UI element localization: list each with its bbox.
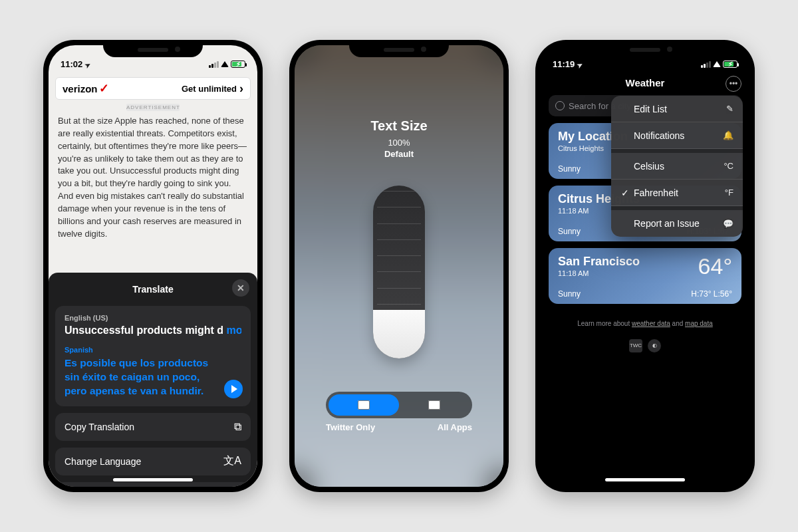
fahrenheit-unit: °F	[725, 188, 733, 198]
close-icon[interactable]: ✕	[232, 279, 249, 297]
phone-text-size: Text Size 100% Default Twitter Only All …	[289, 40, 509, 492]
text-size-default-label: Default	[295, 149, 503, 159]
ad-label: ADVERTISEMENT	[126, 104, 180, 111]
scope-all-apps[interactable]	[399, 394, 469, 416]
cell-signal-icon	[209, 61, 219, 68]
sheet-title: Translate	[132, 284, 173, 295]
wifi-icon	[713, 59, 721, 69]
data-attribution: Learn more about weather data and map da…	[549, 320, 741, 327]
bubble-icon: 💬	[723, 219, 733, 229]
wifi-icon	[221, 59, 229, 69]
sheet-header: Translate ✕	[55, 279, 251, 299]
weather-options-popover: Edit List ✎ Notifications 🔔 Celsius °C ✓…	[611, 96, 743, 237]
slider-fill	[373, 310, 425, 358]
weather-card-san-francisco[interactable]: San Francisco 11:18 AM 64° Sunny H:73° L…	[549, 248, 741, 304]
show-more-link[interactable]: more	[223, 325, 241, 336]
translated-text: Es posible que los productos sin éxito t…	[65, 356, 241, 398]
device-notch	[595, 40, 695, 57]
screen: 11:02 ⚡︎ verizon✓ Get unlimited ADVERTIS…	[49, 45, 257, 487]
scope-right-label: All Apps	[438, 422, 472, 432]
ad-brand: verizon✓	[63, 83, 109, 94]
weather-title: Weather	[541, 77, 749, 88]
source-text[interactable]: Unsuccessful products might d more	[65, 325, 241, 336]
weather-channel-icon: TWC	[629, 339, 642, 352]
text-size-percent: 100%	[295, 138, 503, 148]
three-phone-stage: 11:02 ⚡︎ verizon✓ Get unlimited ADVERTIS…	[0, 0, 798, 532]
battery-icon: ⚡︎	[723, 61, 737, 68]
layers-icon	[358, 400, 370, 410]
layers-icon	[428, 400, 440, 410]
scope-left-label: Twitter Only	[326, 422, 375, 432]
report-issue-item[interactable]: Report an Issue 💬	[611, 210, 743, 237]
map-data-link[interactable]: map data	[685, 320, 713, 327]
add-to-favorites-button[interactable]: Add to Favorites ☆	[55, 482, 251, 487]
ad-banner[interactable]: verizon✓ Get unlimited	[55, 77, 251, 100]
phone-translate: 11:02 ⚡︎ verizon✓ Get unlimited ADVERTIS…	[43, 40, 263, 492]
text-size-slider[interactable]	[373, 186, 425, 358]
status-time: 11:19	[553, 59, 575, 69]
more-menu-button[interactable]: •••	[726, 76, 741, 92]
pencil-icon: ✎	[726, 104, 733, 114]
notifications-item[interactable]: Notifications 🔔	[611, 122, 743, 149]
check-icon: ✓	[620, 188, 630, 198]
provider-icon: ◐	[648, 339, 661, 352]
play-audio-button[interactable]	[224, 380, 243, 398]
status-time: 11:02	[61, 59, 82, 69]
translation-card: English (US) Unsuccessful products might…	[55, 306, 251, 406]
screen: Text Size 100% Default Twitter Only All …	[295, 45, 503, 487]
source-language-label: English (US)	[65, 314, 241, 322]
battery-icon: ⚡︎	[231, 61, 245, 68]
weather-data-link[interactable]: weather data	[632, 320, 670, 327]
change-language-button[interactable]: Change Language 文A	[55, 448, 251, 475]
text-size-header: Text Size 100% Default	[295, 118, 503, 159]
location-arrow-icon	[85, 59, 90, 69]
translate-icon: 文A	[223, 454, 241, 468]
cell-signal-icon	[701, 61, 711, 68]
scope-this-app[interactable]	[329, 394, 399, 416]
scope-labels: Twitter Only All Apps	[326, 422, 472, 432]
scope-toggle[interactable]	[326, 392, 472, 418]
ad-cta[interactable]: Get unlimited	[182, 82, 243, 96]
home-indicator[interactable]	[605, 478, 685, 481]
text-size-title: Text Size	[295, 118, 503, 134]
copy-translation-button[interactable]: Copy Translation ⧉	[55, 413, 251, 441]
bell-icon: 🔔	[723, 130, 733, 140]
target-language-label: Spanish	[65, 346, 241, 354]
location-arrow-icon	[577, 59, 583, 69]
home-indicator[interactable]	[113, 478, 193, 481]
celsius-unit: °C	[724, 161, 733, 171]
article-body: But at the size Apple has reached, none …	[49, 115, 257, 240]
phone-weather: 11:19 ⚡︎ Weather ••• Search for a city o…	[535, 40, 755, 492]
fahrenheit-item[interactable]: ✓Fahrenheit °F	[611, 180, 743, 206]
screen: 11:19 ⚡︎ Weather ••• Search for a city o…	[541, 45, 749, 487]
data-providers: TWC ◐	[549, 339, 741, 352]
copy-icon: ⧉	[234, 421, 241, 433]
edit-list-item[interactable]: Edit List ✎	[611, 96, 743, 122]
device-notch	[103, 40, 203, 57]
translate-sheet: Translate ✕ English (US) Unsuccessful pr…	[49, 273, 257, 487]
celsius-item[interactable]: Celsius °C	[611, 153, 743, 180]
device-notch	[349, 40, 449, 57]
